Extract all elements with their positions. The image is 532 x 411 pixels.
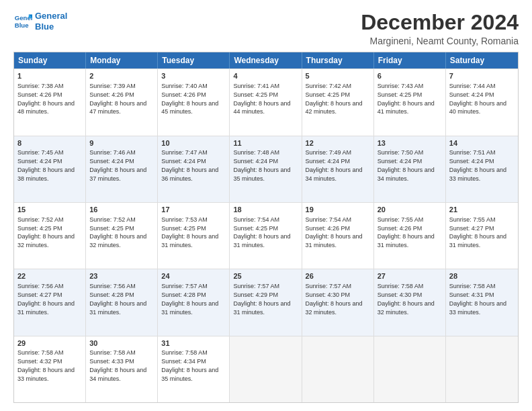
sunset-text: Sunset: 4:24 PM [17,158,62,165]
sunrise-text: Sunrise: 7:58 AM [449,283,496,289]
daylight-text: Daylight: 8 hours and 38 minutes. [17,167,75,182]
day-number: 28 [449,271,515,281]
header-thursday: Thursday [302,52,374,68]
daylight-text: Daylight: 8 hours and 36 minutes. [161,167,218,182]
sunset-text: Sunset: 4:27 PM [449,225,494,232]
day-number: 10 [161,138,226,148]
sunrise-text: Sunrise: 7:58 AM [89,349,136,356]
daylight-text: Daylight: 8 hours and 31 minutes. [161,233,218,248]
sunset-text: Sunset: 4:25 PM [89,225,134,232]
cal-cell: 8 Sunrise: 7:45 AM Sunset: 4:24 PM Dayli… [14,136,86,202]
cal-cell: 27 Sunrise: 7:58 AM Sunset: 4:30 PM Dayl… [374,269,446,335]
sunrise-text: Sunrise: 7:40 AM [161,83,208,89]
sunset-text: Sunset: 4:26 PM [161,91,206,98]
sunrise-text: Sunrise: 7:54 AM [233,216,279,223]
daylight-text: Daylight: 8 hours and 31 minutes. [233,300,290,316]
daylight-text: Daylight: 8 hours and 32 minutes. [17,233,75,248]
sunset-text: Sunset: 4:24 PM [161,158,206,165]
week-row-2: 15 Sunrise: 7:52 AM Sunset: 4:25 PM Dayl… [14,202,518,269]
day-number: 26 [306,271,370,281]
day-number: 18 [233,205,298,215]
sunrise-text: Sunrise: 7:57 AM [306,283,352,289]
day-number: 2 [89,71,154,81]
day-number: 13 [378,138,442,148]
sunset-text: Sunset: 4:25 PM [233,225,278,232]
calendar-body: 1 Sunrise: 7:38 AM Sunset: 4:26 PM Dayli… [14,68,518,402]
sunset-text: Sunset: 4:25 PM [161,225,206,232]
week-row-3: 22 Sunrise: 7:56 AM Sunset: 4:27 PM Dayl… [14,269,518,335]
cal-cell: 17 Sunrise: 7:53 AM Sunset: 4:25 PM Dayl… [158,203,230,269]
cal-cell: 15 Sunrise: 7:52 AM Sunset: 4:25 PM Dayl… [14,203,86,269]
header: General Blue General Blue December 2024 … [13,11,519,46]
cal-cell: 18 Sunrise: 7:54 AM Sunset: 4:25 PM Dayl… [230,203,302,269]
day-number: 23 [89,271,154,281]
sunset-text: Sunset: 4:26 PM [17,91,62,98]
sunset-text: Sunset: 4:24 PM [449,158,494,165]
day-number: 31 [161,338,226,349]
cal-cell: 13 Sunrise: 7:50 AM Sunset: 4:24 PM Dayl… [374,136,446,202]
sunset-text: Sunset: 4:24 PM [378,158,423,165]
header-wednesday: Wednesday [230,52,302,68]
sunrise-text: Sunrise: 7:55 AM [378,216,424,223]
cal-cell: 29 Sunrise: 7:58 AM Sunset: 4:32 PM Dayl… [14,336,86,402]
daylight-text: Daylight: 8 hours and 33 minutes. [17,367,75,382]
daylight-text: Daylight: 8 hours and 47 minutes. [89,100,146,116]
day-number: 19 [306,205,370,215]
week-row-4: 29 Sunrise: 7:58 AM Sunset: 4:32 PM Dayl… [14,336,518,402]
cal-cell: 12 Sunrise: 7:49 AM Sunset: 4:24 PM Dayl… [302,136,374,202]
cal-cell: 23 Sunrise: 7:56 AM Sunset: 4:28 PM Dayl… [86,269,158,335]
week-row-1: 8 Sunrise: 7:45 AM Sunset: 4:24 PM Dayli… [14,136,518,202]
sunrise-text: Sunrise: 7:44 AM [449,83,496,89]
cal-cell: 25 Sunrise: 7:57 AM Sunset: 4:29 PM Dayl… [230,269,302,335]
header-monday: Monday [86,52,158,68]
day-number: 27 [378,271,442,281]
sunrise-text: Sunrise: 7:57 AM [233,283,279,289]
sunrise-text: Sunrise: 7:56 AM [17,283,64,289]
daylight-text: Daylight: 8 hours and 31 minutes. [449,233,506,248]
sunrise-text: Sunrise: 7:42 AM [306,83,352,89]
sunrise-text: Sunrise: 7:52 AM [89,216,136,223]
sunrise-text: Sunrise: 7:51 AM [449,149,496,156]
page: General Blue General Blue December 2024 … [0,0,532,411]
sunset-text: Sunset: 4:28 PM [161,291,206,298]
logo-text: General Blue [35,11,67,32]
daylight-text: Daylight: 8 hours and 41 minutes. [378,100,435,116]
cal-cell [302,336,374,402]
sunrise-text: Sunrise: 7:52 AM [17,216,64,223]
sunrise-text: Sunrise: 7:58 AM [378,283,424,289]
cal-cell [230,336,302,402]
day-number: 4 [233,71,298,81]
sunset-text: Sunset: 4:32 PM [17,358,62,365]
cal-cell: 20 Sunrise: 7:55 AM Sunset: 4:26 PM Dayl… [374,203,446,269]
cal-cell: 14 Sunrise: 7:51 AM Sunset: 4:24 PM Dayl… [446,136,518,202]
daylight-text: Daylight: 8 hours and 33 minutes. [449,167,506,182]
sunset-text: Sunset: 4:25 PM [378,91,423,98]
daylight-text: Daylight: 8 hours and 35 minutes. [161,367,218,382]
sunrise-text: Sunrise: 7:57 AM [161,283,208,289]
daylight-text: Daylight: 8 hours and 32 minutes. [378,300,435,316]
day-number: 30 [89,338,154,349]
daylight-text: Daylight: 8 hours and 35 minutes. [233,167,290,182]
cal-cell: 28 Sunrise: 7:58 AM Sunset: 4:31 PM Dayl… [446,269,518,335]
cal-cell: 7 Sunrise: 7:44 AM Sunset: 4:24 PM Dayli… [446,69,518,135]
day-number: 8 [17,138,82,148]
sunset-text: Sunset: 4:25 PM [17,225,62,232]
cal-cell: 31 Sunrise: 7:58 AM Sunset: 4:34 PM Dayl… [158,336,230,402]
day-number: 5 [306,71,370,81]
sunrise-text: Sunrise: 7:38 AM [17,83,64,89]
cal-cell: 2 Sunrise: 7:39 AM Sunset: 4:26 PM Dayli… [86,69,158,135]
cal-cell: 26 Sunrise: 7:57 AM Sunset: 4:30 PM Dayl… [302,269,374,335]
day-number: 29 [17,338,82,349]
calendar-header: Sunday Monday Tuesday Wednesday Thursday… [14,52,518,68]
sunrise-text: Sunrise: 7:46 AM [89,149,136,156]
day-number: 20 [378,205,442,215]
sunset-text: Sunset: 4:25 PM [306,91,351,98]
daylight-text: Daylight: 8 hours and 33 minutes. [449,300,506,316]
day-number: 7 [449,71,515,81]
daylight-text: Daylight: 8 hours and 31 minutes. [89,300,146,316]
sunset-text: Sunset: 4:25 PM [233,91,278,98]
cal-cell: 19 Sunrise: 7:54 AM Sunset: 4:26 PM Dayl… [302,203,374,269]
sunrise-text: Sunrise: 7:58 AM [161,349,208,356]
sunrise-text: Sunrise: 7:53 AM [161,216,208,223]
sunrise-text: Sunrise: 7:48 AM [233,149,279,156]
